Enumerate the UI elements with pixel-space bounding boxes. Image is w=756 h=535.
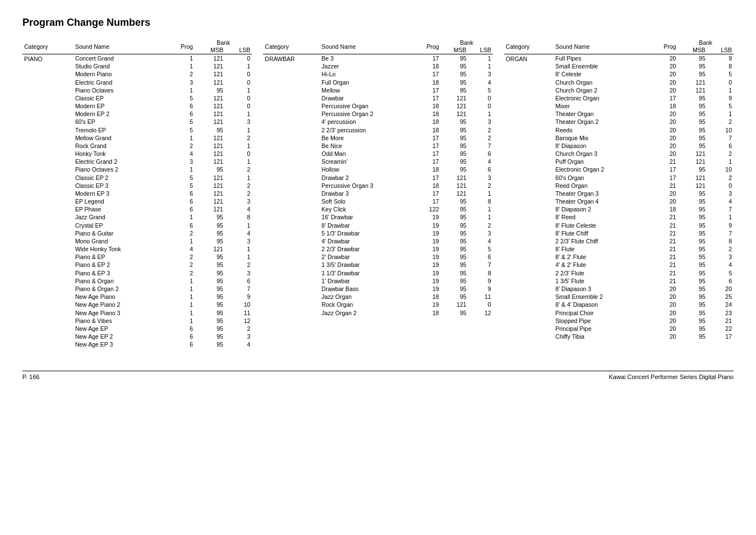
- prog-value: 20: [649, 62, 677, 70]
- lsb-value: 3: [468, 229, 493, 237]
- lsb-value: 0: [225, 102, 252, 110]
- msb-value: 95: [677, 285, 707, 293]
- col-prog-1: Prog: [165, 39, 195, 54]
- lsb-value: 5: [707, 70, 734, 78]
- col-prog-3: Prog: [649, 39, 677, 54]
- col-sound-2: Sound Name: [320, 39, 413, 54]
- prog-value: 1: [165, 237, 195, 245]
- category-cell: ORGAN: [504, 54, 554, 341]
- prog-value: 17: [414, 190, 441, 197]
- prog-value: 18: [414, 62, 441, 70]
- sound-name: Jazz Grand: [73, 213, 165, 221]
- lsb-value: 1: [225, 174, 252, 182]
- lsb-value: 2: [225, 325, 252, 333]
- msb-value: 95: [441, 205, 468, 213]
- prog-value: 6: [165, 110, 195, 118]
- lsb-value: 12: [468, 309, 493, 317]
- prog-value: 17: [649, 165, 677, 173]
- msb-value: 95: [195, 126, 225, 134]
- organ-section: Category Sound Name Prog Bank MSB LSB OR…: [504, 39, 734, 340]
- sound-name: Mixer: [554, 102, 649, 110]
- sound-name: Electronic Organ 2: [554, 165, 649, 173]
- lsb-value: 2: [707, 118, 734, 126]
- prog-value: 20: [649, 197, 677, 205]
- prog-value: 19: [414, 285, 441, 293]
- msb-value: 95: [441, 70, 468, 78]
- msb-value: 95: [441, 86, 468, 94]
- lsb-value: 1: [707, 213, 734, 221]
- lsb-value: 5: [707, 102, 734, 110]
- prog-value: 3: [165, 79, 195, 86]
- sound-name: Drawbar: [320, 94, 413, 102]
- lsb-value: 7: [468, 142, 493, 150]
- msb-value: 121: [677, 150, 707, 158]
- prog-value: 17: [649, 174, 677, 182]
- category-cell: DRAWBAR: [263, 54, 320, 317]
- msb-value: 121: [195, 158, 225, 165]
- msb-value: 121: [195, 110, 225, 118]
- page-title: Program Change Numbers: [22, 17, 734, 29]
- msb-value: 95: [677, 309, 707, 317]
- lsb-value: 2: [225, 190, 252, 197]
- prog-value: 18: [414, 110, 441, 118]
- msb-value: 95: [677, 126, 707, 134]
- lsb-value: 1: [225, 142, 252, 150]
- prog-value: 1: [165, 213, 195, 221]
- prog-value: 6: [165, 222, 195, 229]
- msb-value: 95: [677, 301, 707, 308]
- sound-name: 60's Organ: [554, 174, 649, 182]
- lsb-value: 1: [707, 158, 734, 165]
- prog-value: 18: [414, 182, 441, 190]
- msb-value: 95: [441, 309, 468, 317]
- sound-name: Small Ensemble 2: [554, 293, 649, 301]
- sound-name: 2 2/3' Flute: [554, 269, 649, 277]
- lsb-value: 11: [468, 293, 493, 301]
- msb-value: 95: [441, 150, 468, 158]
- sound-name: New Age EP 2: [73, 333, 165, 340]
- msb-value: 95: [441, 142, 468, 150]
- sound-name: Modern EP: [73, 102, 165, 110]
- sound-name: 1' Drawbar: [320, 277, 413, 285]
- prog-value: 20: [649, 309, 677, 317]
- category-cell: PIANO: [22, 54, 73, 349]
- lsb-value: 2: [468, 182, 493, 190]
- prog-value: 18: [414, 79, 441, 86]
- sound-name: Small Ensemble: [554, 62, 649, 70]
- msb-value: 95: [441, 134, 468, 142]
- msb-value: 121: [195, 190, 225, 197]
- prog-value: 2: [165, 269, 195, 277]
- lsb-value: 7: [225, 285, 252, 293]
- prog-value: 20: [649, 150, 677, 158]
- sound-name: Classic EP 3: [73, 182, 165, 190]
- sound-name: Key Click: [320, 205, 413, 213]
- lsb-value: 1: [707, 110, 734, 118]
- organ-table: Category Sound Name Prog Bank MSB LSB OR…: [504, 39, 734, 340]
- msb-value: 95: [677, 190, 707, 197]
- prog-value: 18: [414, 165, 441, 173]
- lsb-value: 1: [468, 190, 493, 197]
- lsb-value: 0: [225, 94, 252, 102]
- prog-value: 18: [414, 126, 441, 134]
- msb-value: 95: [677, 261, 707, 269]
- lsb-value: 6: [707, 142, 734, 150]
- lsb-value: 22: [707, 325, 734, 333]
- prog-value: 19: [414, 237, 441, 245]
- prog-value: 20: [649, 301, 677, 308]
- col-prog-2: Prog: [414, 39, 441, 54]
- lsb-value: 4: [707, 197, 734, 205]
- sound-name: Puff Organ: [554, 158, 649, 165]
- sound-name: 1 3/5' Flute: [554, 277, 649, 285]
- prog-value: 2: [165, 142, 195, 150]
- msb-value: 95: [677, 237, 707, 245]
- prog-value: 20: [649, 86, 677, 94]
- lsb-value: 0: [707, 182, 734, 190]
- col-lsb-3: LSB: [707, 46, 734, 54]
- lsb-value: 1: [468, 205, 493, 213]
- prog-value: 6: [165, 102, 195, 110]
- prog-value: 18: [649, 205, 677, 213]
- msb-value: 95: [677, 70, 707, 78]
- prog-value: 18: [649, 102, 677, 110]
- msb-value: 95: [677, 118, 707, 126]
- msb-value: 121: [441, 94, 468, 102]
- lsb-value: 25: [707, 293, 734, 301]
